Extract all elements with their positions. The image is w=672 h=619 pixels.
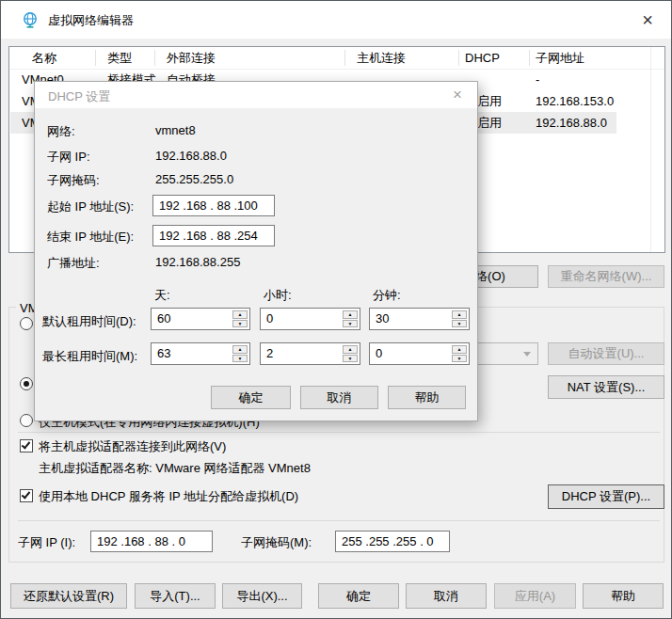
header-separator xyxy=(529,50,530,66)
network-globe-icon xyxy=(22,11,39,28)
dlg-subnet-ip-value: 192.168.88.0 xyxy=(155,149,227,163)
start-ip-input[interactable]: 192 .168 . 88 .100 xyxy=(152,195,275,216)
stepper-value: 0 xyxy=(376,346,382,360)
dlg-subnet-ip-label: 子网 IP: xyxy=(47,149,90,166)
section-divider xyxy=(18,432,660,433)
stepper-value: 2 xyxy=(266,346,273,360)
col-header-subnet: 子网地址 xyxy=(536,47,584,69)
subnet-ip-label: 子网 IP (I): xyxy=(18,534,75,551)
export-button[interactable]: 导出(X)... xyxy=(222,583,302,609)
subnet-mask-label: 子网掩码(M): xyxy=(241,534,312,551)
dialog-cancel-button[interactable]: 取消 xyxy=(300,386,378,409)
checkmark-icon xyxy=(22,489,31,499)
spin-up-icon[interactable]: ▲ xyxy=(452,345,467,354)
end-ip-label: 结束 IP 地址(E): xyxy=(47,229,134,246)
default-lease-minutes-stepper[interactable]: 30 ▲▼ xyxy=(369,308,470,330)
col-header-external: 外部连接 xyxy=(167,47,216,69)
dlg-subnet-mask-value: 255.255.255.0 xyxy=(155,172,233,186)
stepper-value: 63 xyxy=(157,346,170,360)
host-adapter-checkbox-label: 将主机虚拟适配器连接到此网络(V) xyxy=(39,438,226,455)
col-header-host: 主机连接 xyxy=(357,47,406,69)
col-header-dhcp: DHCP xyxy=(465,47,500,69)
spin-up-icon[interactable]: ▲ xyxy=(232,310,248,319)
import-button[interactable]: 导入(T)... xyxy=(135,583,216,609)
max-lease-minutes-stepper[interactable]: 0 ▲▼ xyxy=(369,342,470,365)
radio-nat[interactable] xyxy=(20,377,33,390)
dlg-subnet-mask-label: 子网掩码: xyxy=(47,172,100,189)
cell-subnet: 192.168.88.0 xyxy=(536,112,639,134)
dhcp-settings-dialog: DHCP 设置 × 网络: vmnet8 子网 IP: 192.168.88.0… xyxy=(34,81,478,421)
start-ip-label: 起始 IP 地址(S): xyxy=(47,198,134,215)
radio-dot xyxy=(24,381,29,387)
host-adapter-name-text: 主机虚拟适配器名称: VMware 网络适配器 VMnet8 xyxy=(39,460,311,477)
chevron-down-icon xyxy=(523,352,531,357)
spin-down-icon[interactable]: ▼ xyxy=(452,320,467,328)
max-lease-label: 最长租用时间(M): xyxy=(42,348,137,365)
minutes-column-label: 分钟: xyxy=(373,287,401,304)
col-header-type: 类型 xyxy=(107,47,132,69)
dhcp-service-checkbox-label: 使用本地 DHCP 服务将 IP 地址分配给虚拟机(D) xyxy=(39,488,298,505)
dialog-help-button[interactable]: 帮助 xyxy=(388,386,466,409)
hours-column-label: 小时: xyxy=(264,287,292,304)
dialog-close-icon[interactable]: × xyxy=(447,85,468,105)
max-lease-hours-stepper[interactable]: 2 ▲▼ xyxy=(260,342,360,365)
header-separator xyxy=(154,50,155,66)
spin-down-icon[interactable]: ▼ xyxy=(232,355,248,363)
spin-up-icon[interactable]: ▲ xyxy=(343,345,358,354)
dialog-ok-button[interactable]: 确定 xyxy=(211,386,291,409)
network-value: vmnet8 xyxy=(155,123,196,137)
virtual-network-editor-window: 虚拟网络编辑器 × 名称 类型 外部连接 主机连接 DHCP 子网地址 VMne… xyxy=(0,0,672,619)
header-separator xyxy=(95,50,96,66)
stepper-value: 30 xyxy=(376,311,389,325)
ok-button[interactable]: 确定 xyxy=(318,583,399,609)
dialog-title-bar: DHCP 设置 × xyxy=(35,82,477,108)
spin-down-icon[interactable]: ▼ xyxy=(343,355,358,363)
header-separator xyxy=(344,50,345,66)
checkmark-icon xyxy=(22,439,31,449)
days-column-label: 天: xyxy=(154,287,170,304)
cell-subnet: - xyxy=(536,69,639,90)
apply-button: 应用(A) xyxy=(494,583,576,609)
dialog-title: DHCP 设置 xyxy=(48,88,110,105)
subnet-mask-input[interactable]: 255 .255 .255 . 0 xyxy=(335,531,450,552)
auto-settings-button: 自动设置(U)... xyxy=(548,342,664,365)
network-label: 网络: xyxy=(47,123,75,140)
dhcp-service-checkbox[interactable] xyxy=(20,489,33,502)
host-adapter-checkbox[interactable] xyxy=(20,439,33,452)
window-close-icon[interactable]: × xyxy=(635,8,660,31)
radio-bridged[interactable] xyxy=(20,317,33,330)
broadcast-label: 广播地址: xyxy=(47,255,100,272)
default-lease-label: 默认租用时间(D): xyxy=(42,313,136,330)
default-lease-days-stepper[interactable]: 60 ▲▼ xyxy=(151,308,250,330)
col-header-name: 名称 xyxy=(32,47,56,69)
spin-up-icon[interactable]: ▲ xyxy=(232,345,248,354)
dhcp-settings-button[interactable]: DHCP 设置(P)... xyxy=(548,484,664,509)
spin-down-icon[interactable]: ▼ xyxy=(343,320,358,328)
spin-up-icon[interactable]: ▲ xyxy=(452,310,467,319)
restore-defaults-button[interactable]: 还原默认设置(R) xyxy=(10,583,127,609)
spin-down-icon[interactable]: ▼ xyxy=(452,355,467,363)
help-button[interactable]: 帮助 xyxy=(583,583,664,609)
cancel-button[interactable]: 取消 xyxy=(406,583,487,609)
section-divider xyxy=(18,520,660,521)
title-bar: 虚拟网络编辑器 × xyxy=(1,1,671,39)
spin-up-icon[interactable]: ▲ xyxy=(343,310,358,319)
window-title: 虚拟网络编辑器 xyxy=(48,12,134,29)
spin-down-icon[interactable]: ▼ xyxy=(232,320,248,328)
subnet-ip-input[interactable]: 192 .168 . 88 . 0 xyxy=(90,531,213,552)
end-ip-input[interactable]: 192 .168 . 88 .254 xyxy=(152,225,275,246)
nat-settings-button[interactable]: NAT 设置(S)... xyxy=(548,375,664,399)
rename-network-button: 重命名网络(W)... xyxy=(548,265,664,288)
max-lease-days-stepper[interactable]: 63 ▲▼ xyxy=(151,342,250,365)
radio-hostonly[interactable] xyxy=(20,414,33,427)
default-lease-hours-stepper[interactable]: 0 ▲▼ xyxy=(260,308,360,330)
cell-subnet: 192.168.153.0 xyxy=(536,90,639,112)
broadcast-value: 192.168.88.255 xyxy=(155,255,240,269)
stepper-value: 60 xyxy=(157,311,170,325)
header-separator xyxy=(458,50,459,66)
stepper-value: 0 xyxy=(266,311,273,325)
